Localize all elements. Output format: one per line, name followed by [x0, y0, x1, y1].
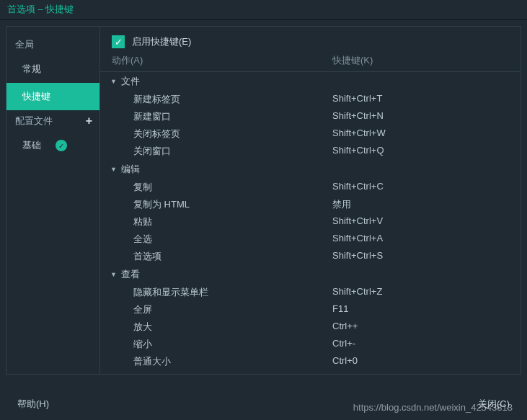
shortcut-row[interactable]: 普通大小Ctrl+0: [100, 353, 521, 370]
key-label: Shift+Ctrl+S: [332, 250, 383, 263]
chevron-down-icon: ▼: [110, 78, 117, 85]
action-label: 粘贴: [100, 215, 332, 228]
column-headers: 动作(A) 快捷键(K): [100, 54, 521, 71]
key-label: Ctrl+-: [332, 338, 355, 351]
shortcut-row[interactable]: 复制为 HTML禁用: [100, 196, 521, 213]
action-label: 复制: [100, 181, 332, 194]
key-label: Ctrl++: [332, 321, 358, 334]
enable-checkbox[interactable]: ✓: [112, 35, 125, 48]
key-label: Shift+Ctrl+N: [332, 110, 384, 123]
sidebar-section-global: 全局: [6, 34, 99, 55]
shortcut-row[interactable]: 首选项Shift+Ctrl+S: [100, 248, 521, 265]
profiles-label: 配置文件: [15, 115, 53, 128]
action-label: 缩小: [100, 338, 332, 351]
group-label: 编辑: [121, 163, 140, 176]
key-label: Shift+Ctrl+Q: [332, 145, 384, 158]
group-label: 查看: [121, 268, 140, 281]
main-panel: ✓ 启用快捷键(E) 动作(A) 快捷键(K) ▼文件新建标签页Shift+Ct…: [99, 26, 521, 375]
action-label: 隐藏和显示菜单栏: [100, 286, 332, 299]
profile-label: 基础: [22, 139, 41, 152]
column-key[interactable]: 快捷键(K): [332, 54, 521, 67]
action-label: 普通大小: [100, 355, 332, 368]
key-label: F11: [332, 303, 348, 316]
chevron-down-icon: ▼: [110, 166, 117, 173]
enable-row: ✓ 启用快捷键(E): [100, 27, 521, 54]
key-label: Shift+Ctrl+T: [332, 93, 382, 106]
sidebar-item-shortcuts[interactable]: 快捷键: [6, 83, 99, 110]
key-label: Shift+Ctrl+V: [332, 215, 383, 228]
add-profile-icon[interactable]: +: [86, 115, 92, 128]
key-label: Ctrl+0: [332, 355, 358, 368]
shortcut-row[interactable]: 全选Shift+Ctrl+A: [100, 231, 521, 248]
shortcut-row[interactable]: 粘贴Shift+Ctrl+V: [100, 213, 521, 231]
action-label: 复制为 HTML: [100, 198, 332, 211]
action-label: 新建窗口: [100, 110, 332, 123]
key-label: Shift+Ctrl+A: [332, 233, 383, 246]
shortcut-row[interactable]: 隐藏和显示菜单栏Shift+Ctrl+Z: [100, 284, 521, 301]
action-label: 关闭窗口: [100, 145, 332, 158]
action-label: 新建标签页: [100, 93, 332, 106]
action-label: 放大: [100, 321, 332, 334]
action-label: 全屏: [100, 303, 332, 316]
content-area: 全局 常规 快捷键 配置文件 + 基础 ✓ ✓ 启用快捷键(E) 动作(A) 快…: [0, 20, 527, 380]
group-label: 文件: [121, 75, 140, 88]
enable-label: 启用快捷键(E): [132, 35, 191, 48]
shortcut-row[interactable]: 关闭标签页Shift+Ctrl+W: [100, 125, 521, 143]
sidebar: 全局 常规 快捷键 配置文件 + 基础 ✓: [6, 26, 99, 375]
help-button[interactable]: 帮助(H): [17, 398, 49, 411]
shortcut-row[interactable]: 全屏F11: [100, 301, 521, 318]
column-action[interactable]: 动作(A): [100, 54, 332, 67]
key-label: Shift+Ctrl+C: [332, 181, 384, 194]
shortcuts-tree[interactable]: ▼文件新建标签页Shift+Ctrl+T新建窗口Shift+Ctrl+N关闭标签…: [100, 71, 521, 374]
close-button[interactable]: 关闭(C): [478, 398, 510, 411]
group-header[interactable]: ▼文件: [100, 72, 521, 91]
check-icon: ✓: [56, 140, 67, 151]
action-label: 关闭标签页: [100, 128, 332, 140]
key-label: Shift+Ctrl+W: [332, 128, 386, 140]
window-title: 首选项 – 快捷键: [0, 0, 527, 20]
key-label: Shift+Ctrl+Z: [332, 286, 382, 299]
sidebar-section-profiles: 配置文件 +: [6, 110, 99, 132]
key-label: 禁用: [332, 198, 351, 211]
shortcut-row[interactable]: 复制Shift+Ctrl+C: [100, 179, 521, 196]
group-header[interactable]: ▼查看: [100, 265, 521, 284]
shortcut-row[interactable]: 缩小Ctrl+-: [100, 336, 521, 353]
shortcut-row[interactable]: 关闭窗口Shift+Ctrl+Q: [100, 143, 521, 160]
sidebar-item-general[interactable]: 常规: [6, 55, 99, 83]
dialog-footer: 帮助(H) 关闭(C): [0, 388, 527, 420]
shortcut-row[interactable]: 新建窗口Shift+Ctrl+N: [100, 108, 521, 125]
action-label: 首选项: [100, 250, 332, 263]
action-label: 全选: [100, 233, 332, 246]
chevron-down-icon: ▼: [110, 271, 117, 278]
shortcut-row[interactable]: 放大Ctrl++: [100, 318, 521, 336]
group-header[interactable]: ▼编辑: [100, 160, 521, 179]
sidebar-item-base-profile[interactable]: 基础 ✓: [6, 132, 99, 159]
shortcut-row[interactable]: 新建标签页Shift+Ctrl+T: [100, 91, 521, 108]
